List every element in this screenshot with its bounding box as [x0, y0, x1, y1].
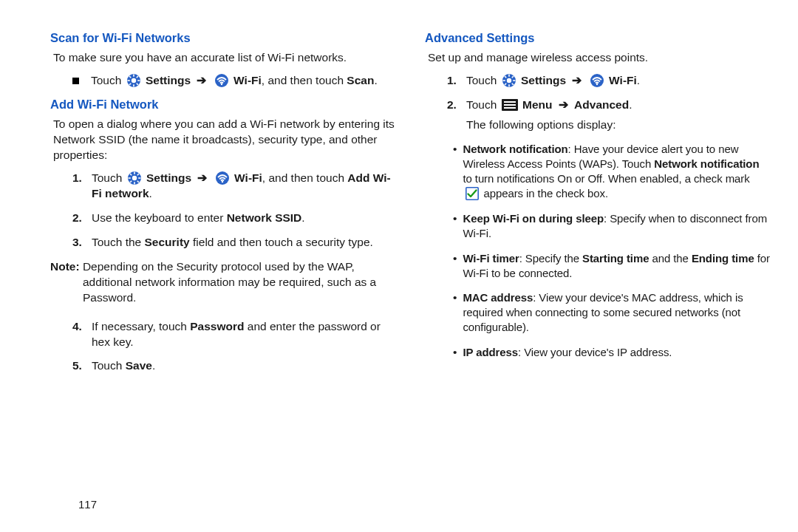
heading-scan-wifi: Scan for Wi-Fi Networks [50, 30, 395, 46]
step-number: 3. [72, 235, 86, 250]
advanced-options: • Network notification: Have your device… [453, 142, 770, 361]
note-body: Depending on the Security protocol used … [83, 260, 376, 304]
step-1: 1. Touch Settings ➔ Wi-Fi, and then touc… [72, 171, 395, 202]
add-wifi-steps-cont: 4. If necessary, touch Password and ente… [72, 319, 395, 375]
bullet-icon: • [453, 345, 457, 361]
step-3: 3. Touch the Security field and then tou… [72, 235, 395, 250]
settings-label: Settings [146, 74, 191, 86]
menu-icon [502, 99, 518, 111]
bullet-icon: • [453, 290, 457, 335]
arrow-icon: ➔ [559, 98, 568, 111]
wifi-icon [215, 171, 230, 185]
heading-add-wifi: Add Wi-Fi Network [50, 96, 395, 112]
heading-advanced: Advanced Settings [425, 30, 770, 46]
arrow-icon: ➔ [197, 171, 207, 184]
opt-keep-wifi-sleep: • Keep Wi-Fi on during sleep: Specify wh… [453, 211, 770, 241]
options-intro: The following options display: [466, 117, 770, 133]
note: Note: Depending on the Security protocol… [50, 259, 395, 306]
settings-icon [502, 73, 516, 88]
bullet-icon: • [453, 142, 457, 201]
step-number: 2. [72, 211, 86, 226]
square-bullet-icon [72, 78, 79, 84]
opt-wifi-timer: • Wi-Fi timer: Specify the Starting time… [453, 251, 770, 281]
scan-bullet: Touch Settings ➔ Wi-Fi, and then touch S… [72, 73, 395, 89]
opt-ip-address: • IP address: View your device's IP addr… [453, 345, 770, 361]
opt-mac-address: • MAC address: View your device's MAC ad… [453, 290, 770, 335]
scan-intro: To make sure you have an accurate list o… [50, 50, 395, 66]
opt-network-notification: • Network notification: Have your device… [453, 142, 770, 201]
settings-icon [126, 73, 141, 88]
wifi-icon [214, 73, 229, 88]
scan-label: Scan [347, 74, 374, 86]
step-number: 5. [72, 358, 86, 374]
note-label: Note: [50, 260, 83, 273]
text: , and then touch [262, 74, 347, 86]
step-2: 2. Use the keyboard to enter Network SSI… [72, 211, 395, 226]
scan-bullet-text: Touch Settings ➔ Wi-Fi, and then touch S… [91, 73, 378, 89]
adv-step-2: 2. Touch Menu ➔ Advanced. The following … [447, 98, 770, 133]
step-number: 2. [447, 98, 460, 133]
step-body: Touch Settings ➔ Wi-Fi, and then touch A… [92, 171, 395, 202]
step-number: 4. [72, 319, 86, 350]
page-number: 117 [78, 498, 97, 511]
arrow-icon: ➔ [572, 74, 582, 86]
wifi-label: Wi-Fi [233, 74, 262, 86]
step-5: 5. Touch Save. [72, 358, 395, 374]
bullet-icon: • [453, 211, 457, 241]
step-4: 4. If necessary, touch Password and ente… [72, 319, 395, 350]
advanced-steps: 1. Touch Settings ➔ Wi-Fi. 2. Touch Menu… [447, 73, 770, 133]
checkmark-icon [466, 187, 479, 200]
arrow-icon: ➔ [197, 74, 206, 86]
adv-step-1: 1. Touch Settings ➔ Wi-Fi. [447, 73, 770, 89]
wifi-icon [590, 73, 604, 88]
advanced-intro: Set up and manage wireless access points… [425, 50, 770, 66]
text: Touch [91, 74, 121, 86]
step-number: 1. [447, 73, 460, 89]
add-wifi-intro: To open a dialog where you can add a Wi-… [50, 117, 395, 163]
add-wifi-steps: 1. Touch Settings ➔ Wi-Fi, and then touc… [72, 171, 395, 250]
settings-icon [127, 171, 142, 185]
left-column: Scan for Wi-Fi Networks To make sure you… [50, 30, 395, 383]
bullet-icon: • [453, 251, 457, 281]
right-column: Advanced Settings Set up and manage wire… [425, 30, 770, 383]
step-number: 1. [72, 171, 86, 202]
